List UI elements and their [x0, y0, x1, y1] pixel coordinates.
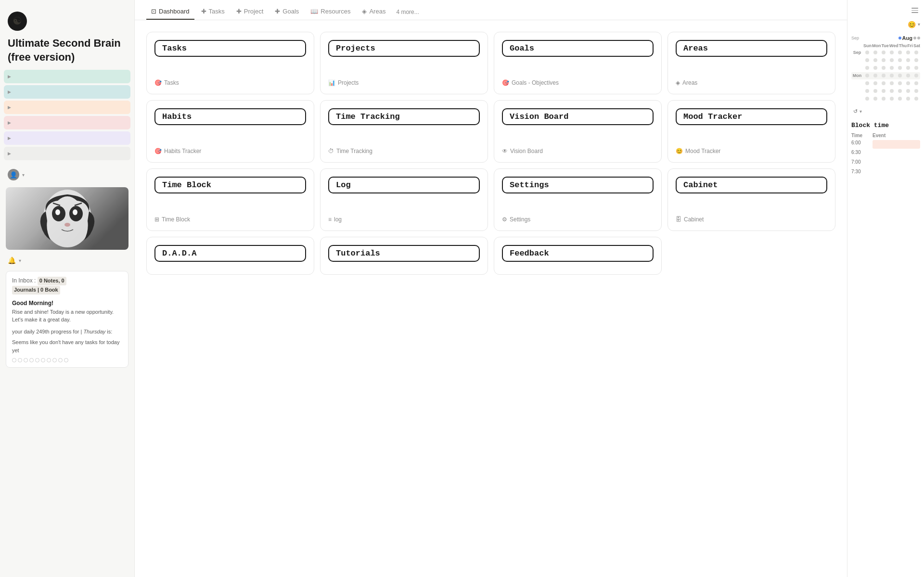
card-vision-board[interactable]: Vision Board 👁 Vision Board: [494, 100, 662, 163]
tabs-bar: ⊡ Dashboard ✚ Tasks ✚ Project ✚ Goals 📖 …: [135, 0, 847, 20]
cal-cell-r3d6: [912, 72, 920, 79]
card-time-tracking[interactable]: Time Tracking ⏱ Time Tracking: [320, 100, 488, 163]
cal-day-tue: Tue: [882, 43, 889, 49]
cal-day-mon: Mon: [872, 43, 881, 49]
dot-5: [35, 358, 39, 362]
cabinet-sub-icon: 🗄: [676, 216, 681, 223]
cal-cell-r1d0: [863, 57, 871, 64]
cal-cell-r6d4: [896, 95, 904, 103]
card-goals-title: Goals: [510, 44, 534, 53]
settings-sub-label: Settings: [510, 216, 530, 223]
cal-cell-r1d5: [904, 57, 912, 64]
cards-row-3: Time Block ⊞ Time Block Log ≡ log Settin: [146, 168, 835, 231]
card-projects[interactable]: Projects 📊 Projects: [320, 32, 488, 94]
card-tasks[interactable]: Tasks 🎯 Tasks: [146, 32, 314, 94]
history-chevron-icon: ▾: [860, 109, 862, 114]
card-time-block-title-box: Time Block: [154, 177, 306, 193]
card-projects-title: Projects: [336, 44, 375, 53]
notification-icon: 🔔: [8, 256, 16, 264]
cal-row-label-0: Sep: [851, 49, 863, 56]
card-mood-tracker-title: Mood Tracker: [683, 112, 742, 121]
card-dada-title: D.A.D.A: [162, 249, 196, 258]
card-log-title-box: Log: [328, 177, 480, 193]
card-dada-title-box: D.A.D.A: [154, 245, 306, 262]
cal-cell-r6d2: [880, 95, 887, 103]
cal-week-row-5: [851, 88, 920, 95]
emoji-chevron-icon: ▾: [918, 22, 920, 27]
card-settings-subtitle: ⚙ Settings: [502, 216, 654, 223]
menu-icon[interactable]: [910, 6, 920, 15]
tab-project[interactable]: ✚ Project: [231, 5, 268, 20]
card-habits-title: Habits: [162, 112, 192, 121]
notification-row[interactable]: 🔔 ▾: [2, 254, 132, 267]
calendar-month: Aug: [902, 35, 912, 41]
project-tab-icon: ✚: [236, 8, 242, 15]
tab-more[interactable]: 4 more...: [392, 6, 423, 19]
inbox-text: In Inbox :: [12, 277, 36, 284]
card-areas[interactable]: Areas ◈ Areas: [667, 32, 835, 94]
card-dada[interactable]: D.A.D.A: [146, 237, 314, 275]
card-cabinet-title-box: Cabinet: [676, 177, 827, 193]
cal-cell-r2d3: [888, 64, 896, 72]
time-block-sub-label: Time Block: [162, 216, 190, 223]
banner-green[interactable]: ▶: [4, 70, 130, 83]
app-logo: ☯: [8, 12, 27, 31]
tab-tasks[interactable]: ✚ Tasks: [196, 5, 230, 20]
banner-pink[interactable]: ▶: [4, 116, 130, 129]
cal-week-row-2: [851, 64, 920, 72]
cal-row-label-4: [851, 80, 863, 87]
bt-event-700: [873, 159, 920, 168]
cal-row-label-2: [851, 64, 863, 72]
card-tutorials[interactable]: Tutorials: [320, 237, 488, 275]
user-menu-row[interactable]: 👤 ▾: [2, 166, 132, 183]
cal-week-row-1: [851, 57, 920, 64]
tab-areas-label: Areas: [369, 8, 385, 15]
menu-line-1: [911, 8, 918, 9]
card-settings[interactable]: Settings ⚙ Settings: [494, 168, 662, 231]
card-goals[interactable]: Goals 🎯 Goals - Objectives: [494, 32, 662, 94]
cal-cell-r4d2: [880, 80, 887, 87]
cal-row-label-1: [851, 57, 863, 64]
tab-goals[interactable]: ✚ Goals: [270, 5, 304, 20]
svg-point-3: [55, 209, 60, 215]
cal-cell-r0d2: [880, 49, 887, 56]
cal-cell-r5d4: [896, 88, 904, 95]
cal-cell-r3d4: [896, 72, 904, 79]
card-areas-title-box: Areas: [676, 40, 827, 57]
card-log-subtitle: ≡ log: [328, 216, 480, 223]
tasks-sub-label: Tasks: [164, 79, 179, 86]
no-tasks-text: Seems like you don't have any tasks for …: [12, 338, 122, 354]
banner-arrow-1: ▶: [8, 74, 11, 79]
cal-week-row-3: Mon: [851, 72, 920, 79]
banner-teal[interactable]: ▶: [4, 85, 130, 99]
card-habits[interactable]: Habits 🎯 Habits Tracker: [146, 100, 314, 163]
cal-cell-r1d1: [872, 57, 879, 64]
tab-resources[interactable]: 📖 Resources: [306, 5, 355, 20]
card-projects-title-box: Projects: [328, 40, 480, 57]
banner-lavender[interactable]: ▶: [4, 131, 130, 145]
tab-dashboard[interactable]: ⊡ Dashboard: [146, 5, 194, 20]
history-button[interactable]: ↺ ▾: [851, 107, 920, 116]
journals-badge: Journals | 0 Book: [12, 286, 60, 295]
card-projects-subtitle: 📊 Projects: [328, 79, 480, 86]
card-log[interactable]: Log ≡ log: [320, 168, 488, 231]
tab-areas[interactable]: ◈ Areas: [357, 5, 390, 20]
banner-peach[interactable]: ▶: [4, 101, 130, 114]
cal-cell-r4d4: [896, 80, 904, 87]
cal-cell-r5d1: [872, 88, 879, 95]
card-feedback[interactable]: Feedback: [494, 237, 662, 275]
card-mood-tracker[interactable]: Mood Tracker 😊 Mood Tracker: [667, 100, 835, 163]
block-time-headers: Time Event: [851, 133, 920, 138]
card-tutorials-title: Tutorials: [336, 249, 380, 258]
event-col-header: Event: [873, 133, 920, 138]
cal-cell-r1d6: [912, 57, 920, 64]
settings-sub-icon: ⚙: [502, 216, 507, 223]
card-cabinet[interactable]: Cabinet 🗄 Cabinet: [667, 168, 835, 231]
dot-4: [29, 358, 34, 362]
day-label: Thursday: [83, 329, 105, 334]
card-time-block[interactable]: Time Block ⊞ Time Block: [146, 168, 314, 231]
tasks-tab-icon: ✚: [201, 8, 206, 15]
banner-lightgray[interactable]: ▶: [4, 147, 130, 160]
calendar-nav: Aug: [898, 35, 920, 41]
cal-cell-r4d0: [863, 80, 871, 87]
